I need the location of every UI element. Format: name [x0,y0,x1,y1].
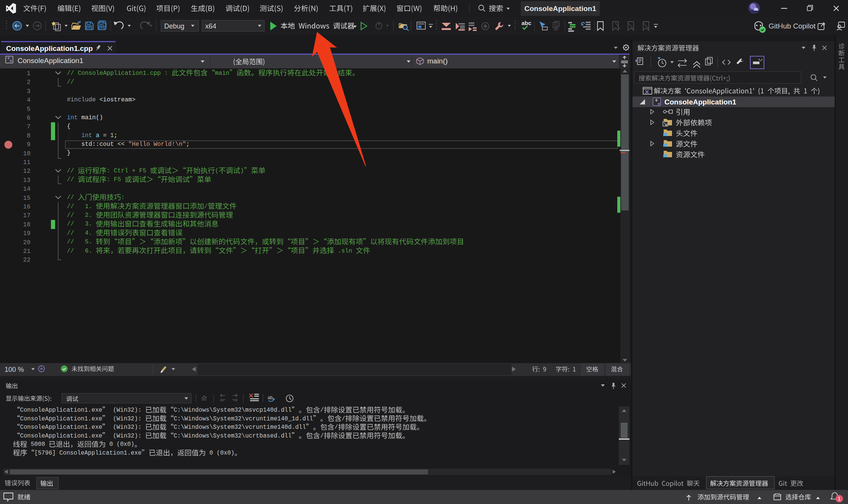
svg-text:ab: ab [268,395,273,400]
svg-text:1: 1 [838,496,841,502]
